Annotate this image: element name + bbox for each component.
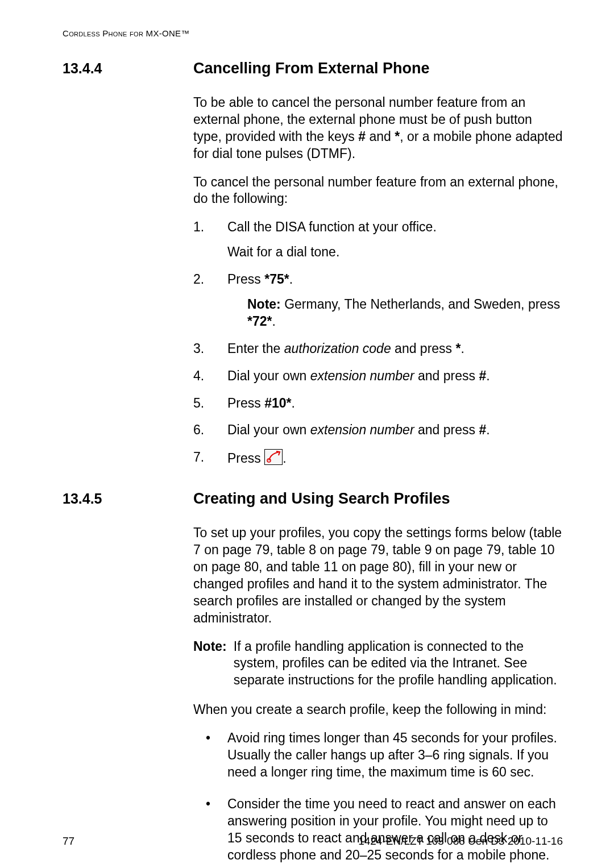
list-item: 3. Enter the authorization code and pres… [193, 340, 563, 358]
text: Press [227, 272, 264, 286]
step-subtext: Wait for a dial tone. [227, 244, 563, 261]
text: . [283, 451, 286, 466]
list-item: 6. Dial your own extension number and pr… [193, 422, 563, 439]
step-number: 6. [193, 422, 204, 439]
key-hash: # [479, 422, 486, 437]
text: Germany, The Netherlands, and Sweden, pr… [281, 297, 560, 312]
step-number: 7. [193, 449, 204, 466]
step-number: 3. [193, 340, 204, 358]
step-number: 5. [193, 395, 204, 412]
paragraph: To be able to cancel the personal number… [193, 94, 563, 163]
text: . [272, 314, 275, 329]
section-number: 13.4.5 [63, 491, 193, 507]
step-number: 4. [193, 368, 204, 385]
note-block: Note: If a profile handling application … [193, 638, 563, 690]
text: Press [227, 451, 264, 466]
text: Press [227, 396, 264, 410]
list-item: 4. Dial your own extension number and pr… [193, 368, 563, 385]
section-title: Cancelling From External Phone [193, 60, 430, 77]
text: Dial your own [227, 422, 310, 437]
text: Call the DISA function at your office. [227, 219, 437, 234]
section-heading-13-4-4: 13.4.4 Cancelling From External Phone [63, 60, 563, 77]
running-head: Cordless Phone for MX-ONE™ [63, 28, 563, 38]
dial-code: *75* [264, 272, 289, 286]
list-item: 7. Press . [193, 449, 563, 467]
text: and press [414, 368, 479, 383]
term: authorization code [284, 341, 391, 356]
dial-code: *72* [247, 314, 272, 329]
note-label: Note: [193, 638, 234, 690]
text: and press [414, 422, 479, 437]
paragraph: To set up your profiles, you copy the se… [193, 525, 563, 626]
text: . [289, 272, 293, 286]
text: . [486, 422, 489, 437]
page-number: 77 [63, 835, 74, 848]
ordered-steps: 1. Call the DISA function at your office… [193, 219, 563, 467]
doc-id: 1424-EN/LZT 103 088 Uen D3 2010-11-16 [358, 835, 563, 848]
text: . [292, 396, 295, 410]
term: extension number [310, 422, 414, 437]
list-item: 1. Call the DISA function at your office… [193, 219, 563, 261]
page-footer: 77 1424-EN/LZT 103 088 Uen D3 2010-11-16 [63, 835, 563, 848]
list-item: 5. Press #10*. [193, 395, 563, 412]
section-heading-13-4-5: 13.4.5 Creating and Using Search Profile… [63, 490, 563, 508]
paragraph: To cancel the personal number feature fr… [193, 174, 563, 208]
key-hash: # [358, 129, 366, 144]
paragraph: When you create a search profile, keep t… [193, 701, 563, 719]
step-note: Note: Germany, The Netherlands, and Swed… [227, 296, 563, 330]
key-hash: # [479, 368, 486, 383]
end-call-key-icon [264, 449, 283, 465]
section-body-13-4-4: To be able to cancel the personal number… [193, 94, 563, 467]
list-item: Consider the time you need to react and … [193, 796, 563, 864]
text: Enter the [227, 341, 284, 356]
key-star: * [395, 129, 400, 144]
text: and press [391, 341, 456, 356]
section-body-13-4-5: To set up your profiles, you copy the se… [193, 525, 563, 868]
text: . [486, 368, 489, 383]
section-number: 13.4.4 [63, 60, 193, 77]
step-number: 1. [193, 219, 204, 236]
text: and [366, 129, 395, 144]
section-title: Creating and Using Search Profiles [193, 490, 450, 508]
term: extension number [310, 368, 414, 383]
list-item: 2. Press *75*. Note: Germany, The Nether… [193, 271, 563, 330]
page: Cordless Phone for MX-ONE™ 13.4.4 Cancel… [0, 0, 614, 868]
text: . [460, 341, 464, 356]
dial-code: #10* [264, 396, 291, 410]
note-label: Note: [247, 297, 281, 312]
step-number: 2. [193, 271, 204, 288]
text: Dial your own [227, 368, 310, 383]
note-text: If a profile handling application is con… [234, 638, 563, 690]
list-item: Avoid ring times longer than 45 seconds … [193, 730, 563, 781]
